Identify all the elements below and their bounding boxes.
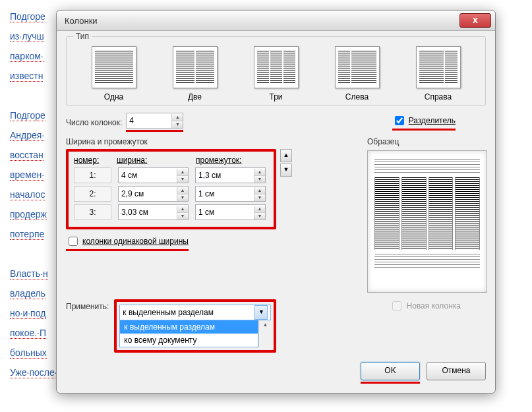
apply-combo[interactable]: к выделенным разделам ▼ к выделенным раз… (119, 305, 271, 347)
width-input-3[interactable]: ▲▼ (118, 204, 189, 220)
type-one[interactable]: Одна (82, 46, 145, 102)
spacing-input-1[interactable]: ▲▼ (195, 167, 266, 183)
dialog-title: Колонки (65, 16, 459, 26)
titlebar[interactable]: Колонки x (57, 11, 495, 31)
apply-option-whole[interactable]: ко всему документу (120, 334, 258, 347)
apply-dropdown-list: к выделенным разделам ко всему документу (119, 320, 258, 347)
width-spacing-label: Ширина и промежуток (66, 137, 347, 146)
separator-checkbox[interactable]: Разделитель (392, 114, 456, 127)
table-row: 2: ▲▼ ▲▼ (74, 186, 268, 202)
spacing-input-3[interactable]: ▲▼ (195, 204, 266, 220)
apply-option-selected[interactable]: к выделенным разделам (120, 320, 258, 334)
cancel-button[interactable]: Отмена (427, 362, 486, 380)
spacing-input-2[interactable]: ▲▼ (195, 186, 266, 202)
spin-down-icon[interactable]: ▼ (172, 121, 183, 128)
type-two[interactable]: Две (163, 46, 226, 102)
apply-label: Применить: (66, 299, 109, 311)
type-left[interactable]: Слева (326, 46, 388, 102)
chevron-down-icon[interactable]: ▼ (254, 305, 268, 320)
scroll-up-icon: ▲ (280, 149, 292, 162)
width-input-1[interactable]: ▲▼ (118, 167, 189, 183)
table-row: 3: ▲▼ ▲▼ (74, 204, 268, 220)
width-input-2[interactable]: ▲▼ (118, 186, 189, 202)
sample-preview (367, 150, 487, 293)
type-three[interactable]: Три (245, 46, 307, 102)
equal-width-checkbox[interactable]: колонки одинаковой ширины (66, 235, 189, 248)
list-scrollbar[interactable]: ▲ (258, 320, 271, 347)
sample-label: Образец (367, 137, 486, 146)
num-cols-spinbox[interactable]: ▲▼ (126, 113, 183, 129)
ok-button[interactable]: OK (361, 362, 420, 380)
num-cols-label: Число колонок: (66, 118, 122, 127)
close-button[interactable]: x (459, 13, 491, 28)
type-right[interactable]: Справа (407, 46, 469, 102)
scroll-down-icon: ▼ (280, 163, 292, 177)
num-cols-input[interactable] (127, 115, 171, 127)
width-table: номер: ширина: промежуток: 1: ▲▼ ▲▼ 2: ▲… (66, 149, 276, 229)
table-row: 1: ▲▼ ▲▼ (74, 167, 268, 183)
new-column-checkbox: Новая колонка (390, 299, 461, 312)
spin-up-icon[interactable]: ▲ (172, 114, 183, 121)
type-group-label: Тип (73, 32, 92, 41)
columns-dialog: Колонки x Тип Одна Две Три (56, 10, 496, 394)
type-group: Тип Одна Две Три Слева (66, 36, 486, 106)
table-scrollbar[interactable]: ▲ ▼ (280, 149, 292, 229)
